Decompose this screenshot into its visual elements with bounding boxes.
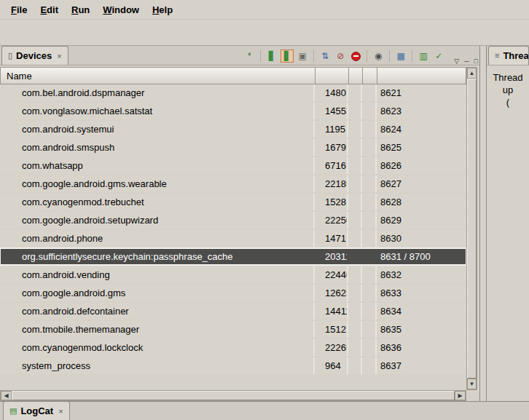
spare-cell-1 — [348, 248, 362, 265]
process-name-cell: com.cyanogenmod.trebuchet — [0, 194, 315, 210]
vertical-scrollbar[interactable]: ▲ ▼ — [466, 67, 477, 390]
device-table: Name com.bel.android.dspmanager 1480 862… — [0, 67, 466, 390]
device-table-body: com.bel.android.dspmanager 1480 8621 com… — [0, 84, 466, 376]
pid-cell: 1528 — [315, 194, 348, 210]
scroll-left-icon[interactable]: ◀ — [1, 391, 12, 400]
table-row[interactable]: com.tmobile.thememanager 1512 8635 — [0, 321, 466, 338]
spare-cell-1 — [348, 339, 362, 356]
table-row[interactable]: com.google.android.gms.wearable 22185 86… — [0, 175, 466, 192]
menu-run[interactable]: Run — [65, 1, 96, 18]
cause-gc-icon[interactable]: ▣ — [296, 49, 309, 63]
process-name-cell: org.sufficientlysecure.keychain:passphra… — [0, 248, 315, 265]
pid-cell: 22265 — [315, 339, 348, 356]
menu-window[interactable]: Window — [96, 1, 146, 18]
table-row[interactable]: com.android.vending 22440 8632 — [0, 266, 466, 283]
spare-cell-1 — [348, 121, 362, 138]
screen-capture-icon[interactable]: ◉ — [372, 49, 385, 63]
stop-process-icon[interactable] — [349, 49, 362, 63]
table-row[interactable]: com.google.android.setupwizard 22250 862… — [0, 212, 466, 229]
spare-cell-2 — [362, 175, 377, 192]
threads-tabbar: ≡ Threads × — [487, 46, 529, 66]
port-cell: 8634 — [377, 303, 466, 320]
dump-hprof-icon[interactable]: ▋ — [281, 49, 294, 63]
spare-cell-1 — [348, 266, 362, 283]
tab-devices[interactable]: ▯ Devices × — [1, 46, 68, 65]
close-icon[interactable]: × — [55, 52, 61, 60]
pid-cell: 1195 — [315, 121, 348, 138]
maximize-icon[interactable]: □ — [474, 58, 478, 65]
port-cell: 8630 — [377, 230, 466, 247]
spare-cell-2 — [362, 139, 377, 156]
pid-cell: 12623 — [315, 285, 348, 301]
pid-cell: 1512 — [315, 321, 348, 338]
pid-cell: 1480 — [315, 84, 348, 101]
menu-file[interactable]: File — [4, 1, 34, 18]
update-threads-icon[interactable]: ⇅ — [318, 49, 332, 63]
tab-logcat[interactable]: ▤ LogCat × — [3, 401, 70, 420]
table-row[interactable]: com.android.defcontainer 14411 8634 — [0, 303, 466, 320]
spare-cell-2 — [362, 230, 377, 247]
logcat-bar: ▤ LogCat × — [0, 401, 529, 420]
menu-help[interactable]: Help — [146, 1, 179, 18]
spare-cell-2 — [362, 157, 377, 174]
scroll-right-icon[interactable]: ▶ — [455, 391, 466, 400]
threads-message-line1: Thread up — [487, 71, 529, 96]
close-icon[interactable]: × — [57, 407, 63, 416]
horizontal-scrollbar[interactable]: ◀ ▶ — [0, 390, 466, 401]
port-cell: 8629 — [377, 212, 466, 229]
spare-cell-2 — [362, 285, 377, 301]
menu-bar: File Edit Run Window Help — [0, 0, 529, 19]
table-row[interactable]: com.whatsapp 6716 8626 — [0, 157, 466, 174]
process-name-cell: com.google.android.setupwizard — [0, 212, 315, 229]
column-header-name[interactable]: Name — [1, 68, 316, 84]
spare-cell-1 — [348, 139, 362, 156]
spare-cell-1 — [348, 194, 362, 210]
table-row[interactable]: com.vonglasow.michael.satstat 14553 8623 — [0, 103, 466, 119]
tab-devices-label: Devices — [16, 50, 52, 61]
table-row[interactable]: com.cyanogenmod.trebuchet 1528 8628 — [0, 194, 466, 210]
column-header-port[interactable] — [377, 68, 467, 84]
table-row[interactable]: com.android.phone 1471 8630 — [0, 230, 466, 247]
threads-panel: ≡ Threads × Thread up ( — [486, 46, 529, 401]
minimize-icon[interactable]: ─ — [464, 58, 469, 65]
spare-cell-2 — [362, 266, 377, 283]
screen-record-icon[interactable]: ▦ — [394, 49, 407, 63]
process-name-cell: com.google.android.gms.wearable — [0, 175, 315, 192]
tab-threads[interactable]: ≡ Threads × — [488, 46, 529, 65]
table-row[interactable]: com.google.android.gms 12623 8633 — [0, 285, 466, 301]
spare-cell-2 — [362, 212, 377, 229]
debug-process-icon[interactable]: * — [243, 49, 256, 63]
column-header-spare2[interactable] — [363, 68, 377, 84]
stop-circle-shape — [351, 52, 361, 61]
method-profiling-icon[interactable]: ⊘ — [334, 49, 347, 63]
table-row[interactable]: com.bel.android.dspmanager 1480 8621 — [0, 84, 466, 101]
port-cell: 8625 — [377, 139, 466, 156]
column-header-spare1[interactable] — [349, 68, 363, 84]
update-heap-icon[interactable]: ▋ — [265, 49, 278, 63]
table-row[interactable]: org.sufficientlysecure.keychain:passphra… — [0, 248, 466, 265]
tab-logcat-label: LogCat — [20, 405, 53, 416]
table-row[interactable]: com.cyanogenmod.lockclock 22265 8636 — [0, 339, 466, 356]
sysinfo-update-icon[interactable]: ✓ — [432, 49, 445, 63]
port-cell: 8637 — [377, 357, 466, 374]
port-cell: 8624 — [377, 121, 466, 138]
table-row[interactable]: com.android.systemui 1195 8624 — [0, 121, 466, 138]
scroll-down-icon[interactable]: ▼ — [467, 379, 477, 389]
scroll-up-icon[interactable]: ▲ — [467, 68, 477, 79]
pid-cell: 22185 — [315, 175, 348, 192]
menu-edit[interactable]: Edit — [34, 1, 65, 18]
toolbar-separator — [389, 50, 390, 62]
pid-cell: 1471 — [315, 230, 348, 247]
port-cell: 8621 — [377, 84, 466, 101]
pid-cell: 6716 — [315, 157, 348, 174]
column-header-pid[interactable] — [316, 68, 349, 84]
port-cell: 8631 / 8700 — [377, 248, 466, 265]
table-row[interactable]: com.android.smspush 1679 8625 — [0, 139, 466, 156]
table-row[interactable]: system_process 964 8637 — [0, 357, 466, 374]
vertical-scroll-thumb[interactable] — [467, 79, 477, 379]
spare-cell-2 — [362, 303, 377, 320]
horizontal-scroll-thumb[interactable] — [12, 391, 455, 400]
sysinfo-bars-icon[interactable]: ▥ — [417, 49, 430, 63]
view-menu-icon[interactable]: ▽ — [454, 58, 459, 65]
panel-sash[interactable] — [480, 46, 486, 401]
